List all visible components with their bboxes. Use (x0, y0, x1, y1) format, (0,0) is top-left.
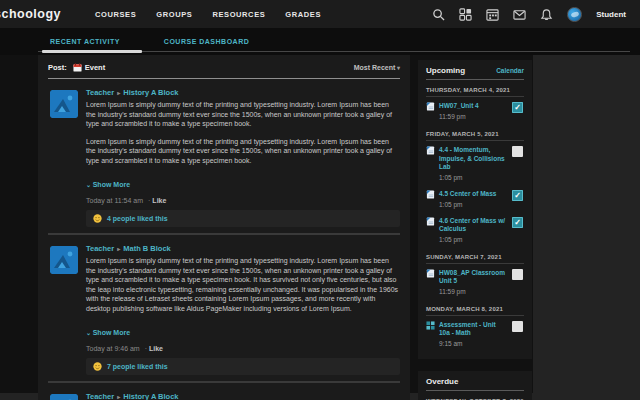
post-paragraph: Lorem Ipsum is simply dummy text of the … (86, 256, 400, 313)
post-header: Teacher▸History A Block (86, 88, 400, 97)
post-paragraph: Lorem Ipsum is simply dummy text of the … (86, 100, 400, 129)
schoology-logo[interactable]: schoology (0, 7, 61, 21)
navbar-right: Student (432, 7, 640, 22)
assignment-icon (426, 102, 435, 111)
notifications-bell-icon[interactable] (540, 8, 553, 21)
assignment-icon (426, 269, 435, 278)
post-course-link[interactable]: Math B Block (123, 244, 171, 253)
date-group: SUNDAY, MARCH 7, 2021 HW08_AP Classroom … (426, 247, 524, 295)
upcoming-item: Assessment - Unit 10a - Math 9:15 am (426, 316, 524, 347)
assessment-icon (426, 321, 435, 330)
smiley-icon (93, 214, 102, 223)
post-author-link[interactable]: Teacher (86, 88, 114, 97)
date-group: FRIDAY, MARCH 5, 2021 4.4 - Momentum, Im… (426, 124, 524, 243)
completion-checkbox[interactable] (512, 321, 523, 332)
post-meta: Today at 11:54 amLike (86, 197, 400, 204)
calendar-icon[interactable] (486, 8, 499, 21)
liked-count-text: 4 people liked this (107, 215, 168, 222)
breadcrumb-arrow-icon: ▸ (117, 394, 120, 400)
like-button[interactable]: Like (148, 197, 166, 204)
post-timestamp: Today at 11:54 am (86, 197, 143, 204)
tab-course-dashboard[interactable]: COURSE DASHBOARD (162, 28, 263, 52)
tab-recent-activity[interactable]: RECENT ACTIVITY (48, 28, 134, 52)
item-title-link[interactable]: Assessment - Unit 10a - Math (439, 321, 508, 338)
liked-count-text: 7 people liked this (107, 363, 168, 370)
item-due-time: 11:59 pm (439, 288, 524, 295)
assignment-icon (426, 146, 435, 155)
item-title-link[interactable]: 4.5 Center of Mass (439, 190, 496, 199)
feed-post: Teacher▸Math B Block Lorem Ipsum is simp… (48, 233, 400, 381)
date-header: MONDAY, MARCH 8, 2021 (426, 299, 524, 316)
completion-checkbox[interactable] (512, 217, 523, 228)
show-more-link[interactable]: Show More (86, 329, 130, 336)
date-header: FRIDAY, MARCH 5, 2021 (426, 124, 524, 141)
user-name[interactable]: Student (596, 10, 626, 19)
item-title-link[interactable]: 4.6 Center of Mass w/ Calculus (439, 217, 508, 234)
item-due-time: 1:05 pm (439, 236, 524, 243)
item-title-link[interactable]: HW07_Unit 4 (439, 102, 479, 111)
upcoming-item: HW07_Unit 4 11:59 pm (426, 97, 524, 120)
nav-item-resources[interactable]: RESOURCES (212, 10, 265, 19)
date-header: THURSDAY, MARCH 4, 2021 (426, 80, 524, 97)
show-more-link[interactable]: Show More (86, 181, 130, 188)
assignment-icon (426, 190, 435, 199)
page-background-right (533, 55, 640, 393)
post-header: Teacher▸History A Block (86, 392, 400, 400)
post-type-event[interactable]: Event (85, 63, 105, 72)
upcoming-item: HW08_AP Classroom Unit 5 11:59 pm (426, 264, 524, 295)
post-author-link[interactable]: Teacher (86, 244, 114, 253)
post-filter-label: Post: (48, 63, 67, 72)
completion-checkbox[interactable] (512, 190, 523, 201)
search-icon[interactable] (432, 8, 445, 21)
post-course-link[interactable]: History A Block (123, 88, 178, 97)
post-meta: Today at 9:46 amLike (86, 345, 400, 352)
date-group: THURSDAY, MARCH 4, 2021 HW07_Unit 4 11:5… (426, 80, 524, 120)
item-due-time: 1:05 pm (439, 201, 524, 208)
completion-checkbox[interactable] (512, 102, 523, 113)
post-timestamp: Today at 9:46 am (86, 345, 140, 352)
item-due-time: 11:59 pm (439, 113, 524, 120)
assignment-icon (426, 217, 435, 226)
tab-bar: RECENT ACTIVITY COURSE DASHBOARD (0, 28, 640, 55)
post-author-link[interactable]: Teacher (86, 392, 114, 400)
completion-checkbox[interactable] (512, 146, 523, 157)
apps-grid-icon[interactable] (459, 8, 472, 21)
nav-item-grades[interactable]: GRADES (285, 10, 321, 19)
user-avatar[interactable] (567, 7, 582, 22)
breadcrumb-arrow-icon: ▸ (117, 246, 120, 252)
item-title-link[interactable]: 4.4 - Momentum, Impulse, & Collisions La… (439, 146, 508, 172)
top-navbar: schoology COURSES GROUPS RESOURCES GRADE… (0, 0, 640, 28)
right-sidebar: Upcoming Calendar THURSDAY, MARCH 4, 202… (418, 60, 532, 400)
calendar-link[interactable]: Calendar (496, 67, 524, 74)
liked-by-row[interactable]: 7 people liked this (86, 358, 400, 375)
sort-dropdown[interactable]: Most Recent (354, 64, 400, 71)
activity-feed: Post: Event Most Recent Teacher▸History … (38, 55, 410, 400)
item-title-link[interactable]: HW08_AP Classroom Unit 5 (439, 269, 508, 286)
post-paragraph: Lorem Ipsum is simply dummy text of the … (86, 137, 400, 166)
course-avatar-icon[interactable] (50, 394, 78, 400)
smiley-icon (93, 362, 102, 371)
item-due-time: 1:05 pm (439, 174, 524, 181)
completion-checkbox[interactable] (512, 269, 523, 280)
feed-post: Teacher▸History A Block Lorem Ipsum is s… (48, 79, 400, 233)
nav-item-groups[interactable]: GROUPS (156, 10, 192, 19)
nav-item-courses[interactable]: COURSES (95, 10, 136, 19)
upcoming-item: 4.5 Center of Mass 1:05 pm (426, 185, 524, 208)
item-due-time: 9:15 am (439, 340, 524, 347)
upcoming-panel: Upcoming Calendar THURSDAY, MARCH 4, 202… (418, 60, 532, 359)
course-avatar-icon[interactable] (50, 90, 78, 118)
date-group: MONDAY, MARCH 8, 2021 Assessment - Unit … (426, 299, 524, 347)
upcoming-item: 4.4 - Momentum, Impulse, & Collisions La… (426, 141, 524, 181)
post-course-link[interactable]: History A Block (123, 392, 178, 400)
course-avatar-icon[interactable] (50, 246, 78, 274)
date-header: SUNDAY, MARCH 7, 2021 (426, 247, 524, 264)
event-calendar-icon (73, 63, 82, 72)
liked-by-row[interactable]: 4 people liked this (86, 210, 400, 227)
messages-icon[interactable] (513, 8, 526, 21)
breadcrumb-arrow-icon: ▸ (117, 90, 120, 96)
like-button[interactable]: Like (145, 345, 163, 352)
overdue-title: Overdue (426, 377, 458, 386)
feed-filter-bar: Post: Event Most Recent (48, 63, 400, 79)
overdue-panel: Overdue WEDNESDAY, OCTOBER 7, 2020 0.4 T… (418, 371, 532, 400)
date-group: WEDNESDAY, OCTOBER 7, 2020 0.4 Three-Min… (426, 391, 524, 400)
